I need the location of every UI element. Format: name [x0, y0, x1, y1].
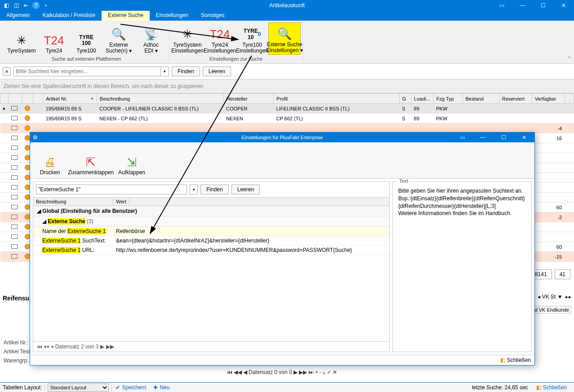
maximize-button[interactable]: ☐ [533, 0, 553, 11]
prop-suchtext[interactable]: ExterneSuche 1 SuchText: &ean={dtean}&hs… [33, 236, 389, 246]
col-bestand[interactable]: Bestand [463, 94, 499, 104]
search-input[interactable] [13, 66, 161, 76]
ribbon-tyre100-settings[interactable]: TYRE100Tyre100 Einstellungen [236, 22, 268, 55]
col-fzgtyp[interactable]: Fzg Typ [433, 94, 463, 104]
label-artikel-text: Artikel Text [4, 348, 30, 357]
prop-name[interactable]: Name der ExterneSuche 1: Reifenbörse [33, 227, 389, 236]
dialog-col-beschreibung[interactable]: Beschreibung [33, 198, 113, 206]
dialog-tree: ◢ Global (Einstellung für alle Benutzer)… [33, 206, 389, 341]
col-vkst[interactable]: ◂VK St ▼◂ ▸ [538, 294, 571, 300]
subgroup-externe-suche[interactable]: ◢ Externe Suche (3) [33, 216, 389, 227]
ribbon-adhoc-edi[interactable]: 📡Adhoc EDI ▾ [135, 22, 167, 55]
ribbon: ✳TyreSystem T24Tyre24 TYRE100Tyre100 🔍Ex… [0, 21, 574, 64]
ribbon-collapse[interactable]: ⌃ [567, 56, 571, 62]
table-row[interactable]: 195/65R15 89 SNEXEN - CP 662 (TL)NEXENCP… [0, 114, 574, 123]
total-b: 41 [555, 269, 570, 279]
detail-labels: Artikel Nr.: Artikel Text Warengrp. [4, 339, 30, 366]
col-hersteller[interactable]: Hersteller [223, 94, 273, 104]
ribbon-tyre24-settings[interactable]: T24Tyre24 Einstellungen [204, 22, 236, 55]
ribbon-tabs: Allgemein Kalkulation / Preisliste Exter… [0, 11, 574, 21]
tab-allgemein[interactable]: Allgemein [0, 11, 36, 21]
col-g[interactable]: G [399, 94, 411, 104]
section-reifensuche: Reifensu [3, 295, 29, 302]
search-bar: ✕ ▾ Finden Leeren [0, 64, 574, 79]
dialog-title: Einstellungen für PlusFakt Enterprise [242, 135, 323, 140]
dialog-clear[interactable]: Leeren [231, 185, 260, 194]
col-artikel-nr[interactable]: Artikel Nr. [43, 94, 97, 104]
dialog-collapse[interactable]: ⇱Zusammenklappen [66, 144, 116, 176]
restore-button[interactable]: ▭ [491, 0, 512, 11]
clear-search-icon[interactable]: ✕ [3, 67, 11, 75]
ribbon-tyresystem[interactable]: ✳TyreSystem [5, 22, 38, 55]
prop-url[interactable]: ExterneSuche 1 URL: http://ws.reifenboer… [33, 246, 389, 255]
col-profil[interactable]: Profil [273, 94, 399, 104]
search-dropdown[interactable]: ▾ [161, 66, 169, 76]
title-bar: ◧ ◫ ⇤ ? ▾ Artikelauskunft ▭ — ☐ ✕ [0, 0, 574, 11]
nav-text: Datensatz 0 von 0 [249, 369, 292, 375]
new-button[interactable]: ✚Neu [150, 384, 173, 391]
nav-nextpage-icon: ▶▶ [299, 369, 307, 375]
ribbon-tyre100[interactable]: TYRE100Tyre100 [70, 22, 102, 55]
col-loadindex[interactable]: Loadi... [411, 94, 434, 104]
settings-dialog: ⚙ Einstellungen für PlusFakt Enterprise … [30, 132, 535, 366]
dialog-help-text: Bitte geben Sie hier ihren angepassten S… [396, 185, 528, 219]
col-vk-endkunde[interactable]: nd VK Endkunde [530, 306, 571, 314]
qat-icon-1[interactable]: ◧ [3, 2, 10, 9]
tab-externe-suche[interactable]: Externe Suche [102, 11, 150, 21]
footer-close-button[interactable]: ◧Schließen [533, 384, 570, 391]
ribbon-group-label-1: Suche auf externen Plattformen [52, 55, 121, 63]
dialog-restore[interactable]: ▭ [452, 132, 472, 143]
table-row[interactable]: ▸ 195/65R15 89 SCOOPER - LIFELINER CLASS… [0, 104, 574, 114]
ribbon-tyresystem-settings[interactable]: ✳TyreSystem Einstellungen [171, 22, 204, 55]
dialog-help-legend: Text [397, 179, 410, 184]
dialog-print[interactable]: 🖨Drucken [34, 144, 66, 176]
qat-dropdown[interactable]: ▾ [42, 2, 49, 9]
status-bar: Tabellen Layout: Standard Layout ✔Speich… [0, 382, 574, 392]
tab-einstellungen[interactable]: Einstellungen [150, 11, 195, 21]
save-button[interactable]: ✔Speichern [112, 384, 150, 391]
label-artikel-nr: Artikel Nr.: [4, 339, 30, 348]
dialog-status: ⏮ ◀◀ ◀ Datensatz 2 von 3 ▶ ▶▶ [33, 341, 389, 352]
dialog-minimize[interactable]: — [472, 132, 493, 143]
ribbon-externe-suche-settings[interactable]: 🔍Externe Suche Einstellungen ▾ [268, 22, 301, 55]
tab-kalkulation[interactable]: Kalkulation / Preisliste [36, 11, 102, 21]
qat-icon-2[interactable]: ◫ [13, 2, 20, 9]
prop-name-value[interactable]: Reifenbörse [113, 227, 389, 236]
record-navigator[interactable]: ⏮◀◀◀ Datensatz 0 von 0 ▶▶▶⏭ +-▵✓✕ [227, 369, 337, 375]
nav-next-icon: ▶ [294, 369, 298, 375]
prop-url-value[interactable]: http://ws.reifenboerse.de/tyrepro/index/… [113, 246, 389, 255]
grid-header: Artikel Nr. Beschreibung Hersteller Prof… [0, 94, 574, 104]
clear-button[interactable]: Leeren [203, 66, 231, 76]
close-button[interactable]: ✕ [553, 0, 574, 11]
dialog-find[interactable]: Finden [200, 185, 229, 194]
dialog-close-x[interactable]: ✕ [514, 132, 534, 143]
dialog-filter-input[interactable] [36, 185, 187, 194]
group-global[interactable]: ◢ Global (Einstellung für alle Benutzer) [33, 206, 389, 216]
nav-prevpage-icon: ◀◀ [234, 369, 242, 375]
dialog-filter-dd[interactable]: ▾ [190, 185, 198, 194]
search-time: letzte Suche: 24,65 sec [472, 384, 528, 391]
nav-prev-icon: ◀ [243, 369, 247, 375]
dialog-close-button[interactable]: ◧Schließen [500, 357, 531, 363]
dialog-ribbon: 🖨Drucken ⇱Zusammenklappen ⇲Aufklappen [30, 142, 534, 179]
dialog-titlebar: ⚙ Einstellungen für PlusFakt Enterprise … [30, 132, 534, 142]
find-button[interactable]: Finden [172, 66, 200, 76]
ribbon-externe-suche[interactable]: 🔍Externe Suche(n) ▾ [102, 22, 135, 55]
layout-select[interactable]: Standard Layout [48, 383, 109, 392]
col-beschreibung[interactable]: Beschreibung [97, 94, 223, 104]
col-reserviert[interactable]: Reserviert [499, 94, 532, 104]
dialog-col-wert[interactable]: Wert [113, 198, 129, 206]
dialog-maximize[interactable]: ☐ [493, 132, 514, 143]
ribbon-group-label-2: Einstellungen zur Suche [209, 55, 263, 63]
dialog-expand[interactable]: ⇲Aufklappen [116, 144, 148, 176]
gear-icon: ⚙ [30, 134, 40, 141]
ribbon-tyre24[interactable]: T24Tyre24 [38, 22, 70, 55]
prop-suchtext-value[interactable]: &ean={dtean}&hstartnr={dtArtikelNrA2}&he… [113, 236, 389, 245]
minimize-button[interactable]: — [512, 0, 533, 11]
group-by-panel[interactable]: Ziehen Sie eine Spaltenüberschrift in di… [0, 79, 574, 93]
tab-sonstiges[interactable]: Sonstiges [195, 11, 231, 21]
label-warengrp: Warengrp. [4, 357, 30, 366]
qat-help-icon[interactable]: ? [32, 2, 40, 9]
qat-icon-3[interactable]: ⇤ [22, 2, 30, 9]
col-verfuegbar[interactable]: Verfügbar [532, 94, 565, 104]
